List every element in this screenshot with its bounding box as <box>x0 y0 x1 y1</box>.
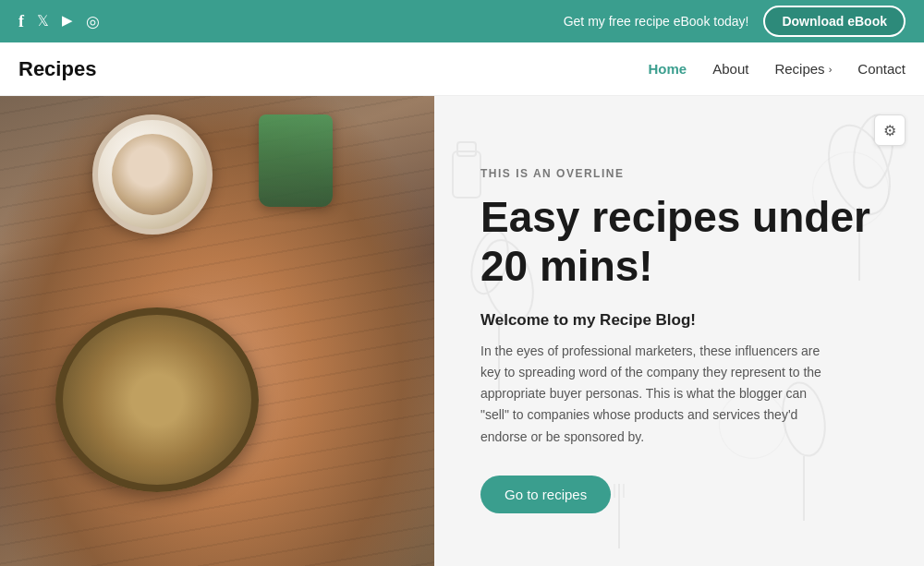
hero-subtitle: Welcome to my Recipe Blog! <box>480 311 878 330</box>
hero-body: In the eyes of professional marketers, t… <box>480 341 832 447</box>
cooking-pan <box>55 307 259 492</box>
gear-icon: ⚙ <box>883 122 896 139</box>
main-nav: Home About Recipes › Contact <box>649 61 906 77</box>
food-photo <box>0 96 434 566</box>
twitter-icon[interactable]: 𝕏 <box>37 12 49 31</box>
go-to-recipes-button[interactable]: Go to recipes <box>480 476 611 513</box>
youtube-icon[interactable]: ▶ <box>62 12 73 31</box>
green-glass <box>259 114 333 207</box>
instagram-icon[interactable]: ◎ <box>86 12 100 31</box>
hero-section: ⚙ THIS IS AN OVERLINE Easy recipes under… <box>0 96 924 566</box>
recipes-chevron-icon: › <box>829 64 833 75</box>
promo-text: Get my free recipe eBook today! <box>564 14 749 29</box>
social-icons: f 𝕏 ▶ ◎ <box>18 12 100 31</box>
download-ebook-button[interactable]: Download eBook <box>763 6 906 37</box>
facebook-icon[interactable]: f <box>18 12 24 31</box>
nav-home[interactable]: Home <box>649 61 687 77</box>
svg-rect-9 <box>457 142 476 156</box>
coffee-cup <box>92 114 213 235</box>
nav-contact[interactable]: Contact <box>857 61 906 77</box>
nav-recipes[interactable]: Recipes › <box>774 61 832 77</box>
nav-about[interactable]: About <box>712 61 748 77</box>
top-bar: f 𝕏 ▶ ◎ Get my free recipe eBook today! … <box>0 0 924 42</box>
hero-content: ⚙ THIS IS AN OVERLINE Easy recipes under… <box>434 96 924 566</box>
site-title: Recipes <box>18 57 96 81</box>
hero-image <box>0 96 434 566</box>
hero-title: Easy recipes under 20 mins! <box>480 193 878 291</box>
site-header: Recipes Home About Recipes › Contact <box>0 42 924 96</box>
svg-rect-8 <box>453 151 480 198</box>
hero-overline: THIS IS AN OVERLINE <box>480 167 878 180</box>
gear-button[interactable]: ⚙ <box>874 114 906 146</box>
